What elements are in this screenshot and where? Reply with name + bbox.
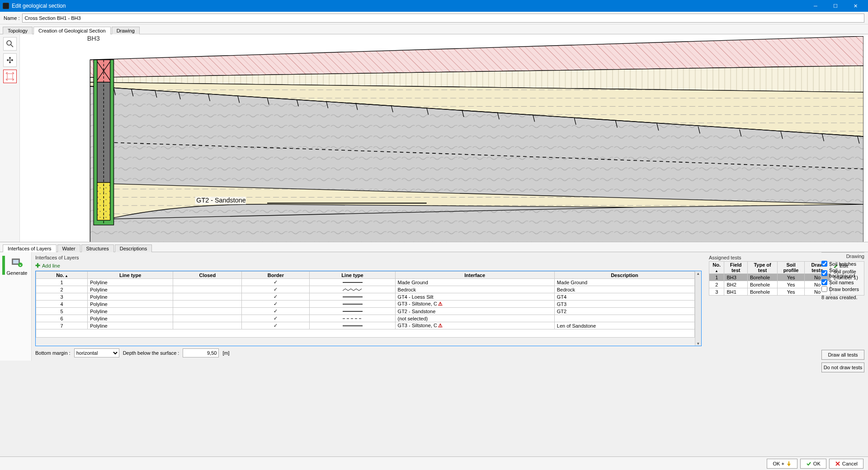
extent-icon — [6, 72, 14, 80]
name-row: Name : — [0, 12, 868, 24]
add-line-label: Add line — [42, 263, 60, 268]
interfaces-table[interactable]: No. ▴Line typeClosedBorderLine typeInter… — [36, 271, 695, 338]
cancel-button[interactable]: Cancel — [829, 459, 863, 469]
assigned-table[interactable]: No. ▴Field testType of testSoil profileD… — [709, 261, 830, 296]
interfaces-header[interactable]: Line type — [88, 272, 173, 279]
check-icon — [806, 461, 811, 466]
depth-input[interactable] — [183, 348, 219, 357]
do-not-draw-tests-button[interactable]: Do not draw tests — [821, 362, 864, 372]
lower-panels: Generate Interfaces of Layers ✚ Add line… — [0, 252, 868, 361]
window-title: Edit geological section — [12, 3, 806, 9]
main-tabs: Topology Creation of Geological Section … — [0, 24, 868, 34]
bottom-margin-label: Bottom margin : — [35, 350, 71, 356]
checkbox[interactable] — [821, 261, 827, 267]
interfaces-area: Interfaces of Layers ✚ Add line No. ▴Lin… — [32, 252, 705, 361]
generate-column: Generate — [0, 252, 32, 361]
canvas-wrap[interactable]: BH3 GT2 - Sandstone — [20, 34, 868, 242]
svg-point-0 — [7, 41, 11, 45]
table-row[interactable]: 6Polyline✓(not selected) — [36, 315, 695, 322]
arrow-down-icon — [786, 461, 792, 466]
subtab-interfaces[interactable]: Interfaces of Layers — [3, 244, 57, 252]
extent-tool[interactable] — [3, 70, 17, 83]
ok-plus-button[interactable]: OK + — [767, 459, 797, 469]
interfaces-header[interactable]: Interface — [395, 272, 554, 279]
svg-rect-17 — [13, 260, 19, 263]
window-titlebar: Edit geological section ─ ☐ ✕ — [0, 0, 868, 12]
table-row[interactable]: 4Polyline✓GT3 - Siltstone, C⚠GT3 — [36, 301, 695, 308]
generate-label: Generate — [5, 270, 29, 276]
checkbox[interactable] — [821, 279, 827, 285]
table-row[interactable]: 1Polyline✓Made GroundMade Ground — [36, 279, 695, 286]
magnifier-icon — [6, 40, 14, 48]
table-row[interactable]: 2BH2BoreholeYesNo — [709, 281, 830, 288]
drawing-option[interactable]: Soil hatches — [821, 261, 864, 267]
table-row[interactable]: 3Polyline✓GT4 - Loess SiltGT4 — [36, 293, 695, 301]
tab-drawing[interactable]: Drawing — [112, 27, 140, 34]
name-input[interactable] — [22, 14, 864, 23]
interfaces-header[interactable]: Border — [242, 272, 310, 279]
workspace: BH3 GT2 - Sandstone — [0, 34, 868, 242]
interfaces-header[interactable]: No. ▴ — [36, 272, 88, 279]
table-row[interactable]: 2Polyline✓BedrockBedrock — [36, 286, 695, 293]
tab-creation[interactable]: Creation of Geological Section — [33, 27, 111, 34]
pan-tool[interactable] — [3, 53, 17, 67]
table-row[interactable]: 7Polyline✓GT3 - Siltstone, C⚠Len of Sand… — [36, 322, 695, 329]
ok-button[interactable]: OK — [800, 459, 826, 469]
subtab-water[interactable]: Water — [57, 244, 80, 252]
section-canvas: BH3 GT2 - Sandstone — [61, 36, 863, 242]
checkbox[interactable] — [821, 270, 827, 276]
drawing-option[interactable]: Draw borders — [821, 286, 864, 292]
name-label: Name : — [4, 15, 19, 21]
drawing-option[interactable]: Soil background — [821, 268, 864, 278]
lens-label: GT2 - Sandstone — [196, 197, 245, 204]
bh-label: BH3 — [87, 36, 100, 42]
interfaces-group-label: Interfaces of Layers — [35, 255, 702, 260]
svg-rect-2 — [7, 74, 13, 79]
assigned-header[interactable]: Type of test — [747, 262, 777, 274]
toolstrip — [0, 34, 20, 242]
svg-line-1 — [11, 45, 13, 47]
drawing-info: 8 areas created. — [821, 295, 864, 300]
drawing-panel: Drawing Soil hatches Soil background Soi… — [821, 252, 864, 372]
x-icon — [835, 461, 840, 466]
assigned-header[interactable]: No. ▴ — [709, 262, 724, 274]
interfaces-header[interactable]: Description — [554, 272, 694, 279]
interfaces-header[interactable]: Closed — [173, 272, 242, 279]
close-button[interactable]: ✕ — [845, 0, 865, 12]
table-row[interactable]: 3BH1BoreholeYesNo — [709, 288, 830, 296]
footer: OK + OK Cancel — [0, 456, 868, 470]
plus-icon: ✚ — [35, 262, 40, 269]
assigned-header[interactable]: Field test — [724, 262, 748, 274]
app-icon — [3, 3, 9, 9]
depth-unit: [m] — [222, 350, 229, 356]
subtab-descriptions[interactable]: Descriptions — [115, 244, 152, 252]
generate-button[interactable]: Generate — [5, 256, 29, 276]
subtab-structures[interactable]: Structures — [81, 244, 114, 252]
move-icon — [6, 56, 14, 64]
interfaces-header[interactable]: Line type — [310, 272, 395, 279]
interfaces-table-wrap: No. ▴Line typeClosedBorderLine typeInter… — [35, 271, 702, 346]
bottom-controls: Bottom margin : horizontal Depth below t… — [35, 346, 702, 358]
assigned-header[interactable]: Soil profile — [778, 262, 805, 274]
zoom-tool[interactable] — [3, 37, 17, 51]
depth-label: Depth below the surface : — [123, 350, 179, 356]
draw-all-tests-button[interactable]: Draw all tests — [821, 350, 864, 360]
generate-icon — [5, 256, 29, 270]
table-row[interactable]: 5Polyline✓GT2 - SandstoneGT2 — [36, 308, 695, 315]
drawing-heading: Drawing — [821, 252, 864, 259]
drawing-option[interactable]: Soil names — [821, 279, 864, 285]
minimize-button[interactable]: ─ — [806, 0, 826, 12]
interfaces-scrollbar[interactable]: ▴▾ — [695, 271, 701, 346]
bottom-margin-select[interactable]: horizontal — [74, 348, 119, 357]
sub-tabs: Interfaces of Layers Water Structures De… — [0, 242, 868, 252]
add-line-button[interactable]: ✚ Add line — [35, 261, 702, 270]
maximize-button[interactable]: ☐ — [826, 0, 845, 12]
checkbox[interactable] — [821, 286, 827, 292]
tab-topology[interactable]: Topology — [3, 27, 33, 34]
table-row[interactable]: 1BH3BoreholeYesNo — [709, 274, 830, 281]
